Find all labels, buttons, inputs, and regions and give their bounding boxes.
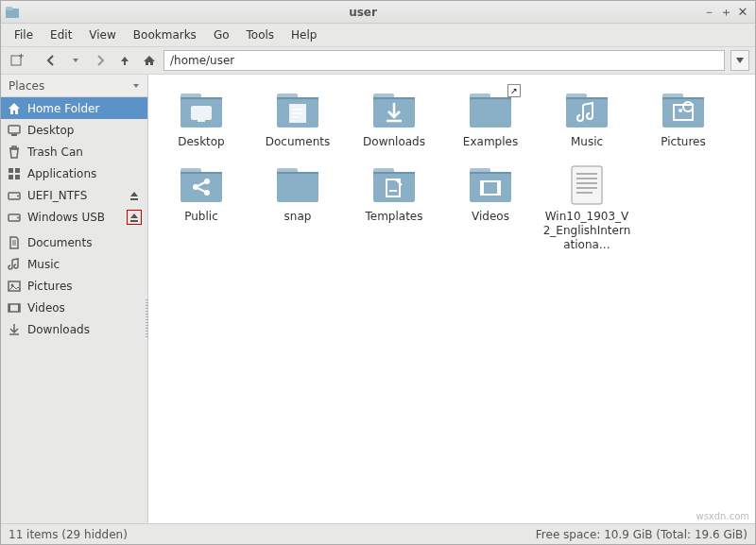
svg-rect-60 [497, 181, 500, 195]
symlink-badge: ↗ [507, 84, 521, 97]
doc-icon [7, 235, 22, 250]
sidebar: Places Home FolderDesktopTrash CanApplic… [1, 75, 148, 523]
menu-go[interactable]: Go [206, 26, 237, 44]
svg-rect-6 [15, 168, 20, 173]
file-icon [560, 162, 613, 206]
file-label: Desktop [178, 135, 225, 149]
sidebar-header[interactable]: Places [1, 75, 147, 97]
desktop-icon [7, 123, 22, 138]
sidebar-item-label: Downloads [27, 323, 142, 336]
menu-bookmarks[interactable]: Bookmarks [126, 26, 204, 44]
menu-tools[interactable]: Tools [239, 26, 283, 44]
svg-rect-2 [11, 56, 21, 65]
folder-icon [657, 88, 710, 131]
forward-button[interactable] [90, 50, 111, 71]
download-icon [7, 322, 22, 337]
svg-rect-7 [9, 175, 13, 179]
svg-rect-22 [198, 120, 205, 122]
new-tab-button[interactable] [7, 50, 27, 71]
svg-rect-1 [6, 7, 12, 10]
eject-button[interactable] [127, 210, 142, 225]
up-button[interactable] [114, 50, 135, 71]
toolbar [1, 46, 755, 75]
history-dropdown[interactable] [65, 50, 86, 71]
sidebar-item-label: Videos [27, 301, 142, 315]
sidebar-item-label: UEFI_NTFS [27, 189, 121, 202]
maximize-button[interactable]: ＋ [717, 4, 734, 21]
svg-rect-57 [470, 174, 511, 202]
home-icon [7, 101, 22, 116]
file-item[interactable]: Documents [250, 84, 345, 153]
sidebar-item-windows-usb[interactable]: Windows USB [1, 206, 147, 228]
svg-rect-3 [9, 126, 20, 133]
minimize-button[interactable]: － [700, 4, 717, 21]
menu-view[interactable]: View [81, 26, 123, 44]
home-button[interactable] [139, 50, 160, 71]
svg-rect-53 [373, 174, 415, 202]
trash-icon [7, 145, 22, 160]
folder-icon: ↗ [464, 88, 517, 131]
sidebar-item-videos[interactable]: Videos [1, 297, 147, 318]
file-item[interactable]: Templates [347, 159, 441, 256]
sidebar-item-desktop[interactable]: Desktop [1, 119, 147, 141]
file-label: Music [571, 135, 603, 149]
sidebar-item-music[interactable]: Music [1, 253, 147, 275]
menu-help[interactable]: Help [284, 26, 324, 44]
folder-icon [271, 162, 324, 206]
file-item[interactable]: Win10_1903_V2_EnglishInternationa… [540, 159, 634, 256]
file-item[interactable]: Videos [443, 159, 538, 256]
file-item[interactable]: Downloads [347, 84, 441, 153]
app-icon [5, 5, 20, 20]
back-button[interactable] [41, 50, 61, 71]
file-item[interactable]: ↗Examples [443, 84, 538, 153]
sidebar-list: Home FolderDesktopTrash CanApplicationsU… [1, 97, 147, 523]
file-label: Examples [463, 135, 518, 149]
folder-icon [368, 162, 421, 206]
file-item[interactable]: snap [250, 159, 345, 256]
close-button[interactable]: ✕ [734, 4, 751, 21]
sidebar-item-home-folder[interactable]: Home Folder [1, 97, 147, 119]
svg-rect-21 [192, 107, 211, 119]
file-item[interactable]: Music [540, 84, 634, 153]
sidebar-item-applications[interactable]: Applications [1, 162, 147, 184]
file-label: Pictures [661, 135, 706, 149]
svg-rect-4 [11, 134, 17, 136]
svg-rect-44 [180, 174, 222, 202]
file-item[interactable]: Desktop [154, 84, 249, 153]
folder-icon [175, 162, 228, 206]
file-item[interactable]: Pictures [636, 84, 730, 153]
menu-edit[interactable]: Edit [43, 26, 79, 44]
folder-icon [464, 162, 517, 206]
sidebar-item-label: Applications [27, 167, 142, 180]
titlebar: user － ＋ ✕ [1, 1, 755, 24]
watermark: wsxdn.com [696, 511, 749, 521]
sidebar-item-label: Home Folder [27, 102, 142, 115]
sidebar-item-uefi-ntfs[interactable]: UEFI_NTFS [1, 184, 147, 206]
svg-point-40 [679, 109, 682, 112]
file-view[interactable]: Desktop Documents Downloads ↗Examples Mu… [148, 75, 755, 523]
eject-button[interactable] [127, 188, 142, 203]
path-input[interactable] [163, 50, 725, 71]
svg-rect-59 [481, 181, 484, 195]
sidebar-item-label: Documents [27, 236, 142, 249]
sidebar-item-label: Music [27, 258, 142, 271]
go-button[interactable] [730, 50, 749, 71]
sidebar-item-trash-can[interactable]: Trash Can [1, 141, 147, 162]
status-right: Free space: 10.9 GiB (Total: 19.6 GiB) [536, 528, 747, 541]
svg-rect-32 [470, 99, 511, 128]
file-label: Public [184, 210, 218, 224]
svg-rect-50 [277, 174, 318, 202]
sidebar-item-downloads[interactable]: Downloads [1, 318, 147, 340]
file-item[interactable]: Public [154, 159, 249, 256]
pic-icon [7, 279, 22, 294]
svg-rect-5 [9, 168, 13, 173]
sidebar-item-pictures[interactable]: Pictures [1, 275, 147, 297]
svg-point-10 [17, 195, 19, 196]
icon-grid: Desktop Documents Downloads ↗Examples Mu… [154, 84, 749, 256]
chevron-down-icon [132, 82, 140, 90]
menu-file[interactable]: File [7, 26, 41, 44]
svg-rect-8 [15, 175, 20, 179]
sidebar-item-label: Windows USB [27, 211, 121, 224]
sidebar-item-documents[interactable]: Documents [1, 231, 147, 253]
statusbar: 11 items (29 hidden) Free space: 10.9 Gi… [1, 523, 755, 544]
